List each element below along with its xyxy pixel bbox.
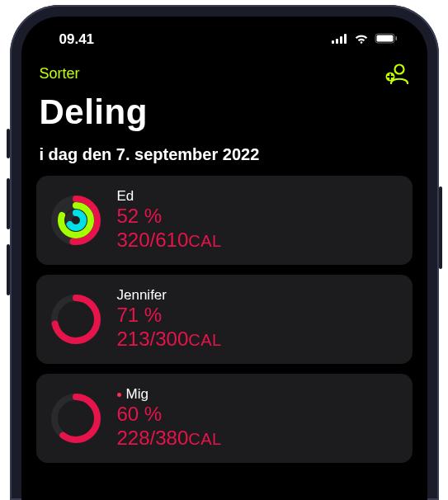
side-button [439, 186, 442, 269]
calories-value: 228/380CAL [117, 427, 222, 450]
page-subtitle: i dag den 7. september 2022 [21, 145, 427, 176]
person-name: Mig [126, 386, 149, 403]
activity-rings-icon [51, 196, 101, 245]
calories-unit: CAL [188, 232, 221, 250]
page-title: Deling [21, 87, 427, 145]
person-card[interactable]: Ed52 %320/610CAL [36, 176, 413, 265]
person-card[interactable]: Mig60 %228/380CAL [36, 374, 413, 463]
move-percent: 60 % [117, 403, 222, 427]
add-person-icon[interactable] [384, 63, 409, 84]
wifi-icon [354, 31, 369, 48]
calories-value: 320/610CAL [117, 229, 222, 252]
card-text: Mig60 %228/380CAL [117, 386, 222, 450]
status-time: 09.41 [59, 31, 95, 48]
calories-unit: CAL [188, 430, 221, 448]
calories-numbers: 320/610 [117, 229, 189, 251]
card-text: Jennifer71 %213/300CAL [117, 287, 222, 351]
svg-rect-6 [376, 35, 393, 42]
side-button [7, 129, 10, 158]
activity-rings-icon [51, 295, 101, 344]
card-text: Ed52 %320/610CAL [117, 188, 222, 252]
calories-numbers: 228/380 [117, 427, 189, 449]
svg-point-8 [394, 65, 403, 74]
calories-value: 213/300CAL [117, 328, 222, 351]
people-list: Ed52 %320/610CAL Jennifer71 %213/300CAL … [21, 176, 427, 463]
move-percent: 52 % [117, 205, 222, 229]
svg-point-4 [360, 41, 362, 44]
svg-rect-1 [336, 39, 338, 44]
person-card[interactable]: Jennifer71 %213/300CAL [36, 275, 413, 364]
svg-rect-2 [340, 36, 342, 44]
side-button [7, 178, 10, 229]
battery-icon [375, 31, 398, 48]
svg-rect-3 [344, 34, 347, 44]
calories-unit: CAL [188, 331, 221, 349]
cellular-icon [332, 31, 348, 48]
sort-button[interactable]: Sorter [40, 65, 80, 83]
svg-rect-0 [332, 40, 334, 44]
side-button [7, 244, 10, 295]
screen: 09.41 [21, 17, 427, 500]
move-percent: 71 % [117, 304, 222, 328]
person-name: Ed [117, 188, 134, 205]
status-right [332, 31, 398, 48]
phone-frame: 09.41 [10, 5, 439, 500]
status-bar: 09.41 [21, 17, 427, 54]
nav-bar: Sorter [21, 54, 427, 87]
activity-rings-icon [51, 394, 101, 443]
calories-numbers: 213/300 [117, 328, 189, 350]
svg-rect-7 [395, 36, 397, 40]
person-name: Jennifer [117, 287, 167, 304]
me-indicator-dot [117, 393, 121, 397]
